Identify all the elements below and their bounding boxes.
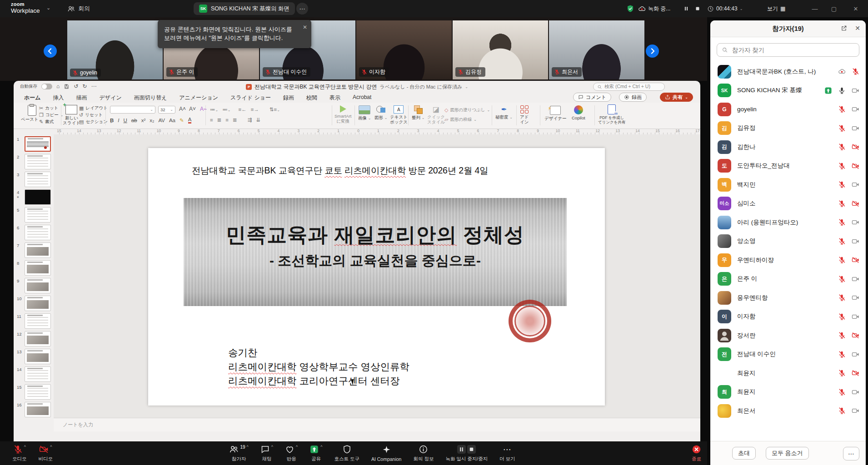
slide-thumbnail[interactable]: 15 [14, 384, 54, 401]
minimize-button[interactable]: — [808, 0, 822, 17]
slide-thumbnail[interactable]: 13 [14, 349, 54, 365]
slide-thumbnail[interactable]: 8 [14, 260, 54, 277]
participant-row[interactable]: 응우옌티항 [710, 288, 866, 307]
slide-author-block[interactable]: 송기찬리츠메이칸대학 영상학부교수 영상인류학리츠메이칸대학 코리아연구센터 센… [228, 346, 409, 388]
video-tile[interactable]: 최은서 [549, 20, 644, 79]
insert-picture-button[interactable]: 画像 ⌄ [358, 105, 371, 121]
ribbon-tab-Acrobat[interactable]: Acrobat [352, 93, 372, 102]
slide-thumbnail[interactable]: 2 [14, 154, 54, 170]
insert-textbox-button[interactable]: A テキストボックス [390, 105, 408, 125]
participant-search-input[interactable] [731, 46, 854, 54]
section-button[interactable]: ▤セクション ⌄ [79, 119, 113, 125]
label-status[interactable]: ラベルなし - 自分の Mac に保存済み [379, 84, 462, 90]
more-options-button[interactable]: ⋯ [843, 447, 859, 460]
mute-all-button[interactable]: 모두 음소거 [766, 447, 809, 460]
slide-thumbnail[interactable]: 12 [14, 331, 54, 347]
chevron-up-icon[interactable]: ^ [24, 445, 26, 449]
slide-thumbnail[interactable]: 3 [14, 172, 54, 188]
ribbon-tab-画面切り替え[interactable]: 画面切り替え [134, 93, 168, 103]
sensitivity-button[interactable]: ✒ 秘密度 ⌄ [495, 105, 513, 120]
font-size-select[interactable]: 32⌄ [158, 106, 175, 114]
underline-button[interactable]: U [124, 118, 127, 123]
toolbar-participants-button[interactable]: 19^참가자 [223, 445, 254, 462]
participant-row[interactable]: 미소심미소 [710, 194, 866, 213]
shrink-font-button[interactable]: A˅ [189, 106, 196, 112]
participant-search[interactable] [717, 43, 859, 57]
list-buttons[interactable]: ≔⌄≕⌄≡←≡→⇅≡⌄ [210, 106, 280, 113]
italic-button[interactable]: I [118, 118, 119, 123]
slide-thumbnail[interactable]: 11 [14, 313, 54, 330]
recording-pause-button[interactable] [683, 0, 689, 17]
tab-shared-screen[interactable]: SK SONG KICHAN 宋 基燦의 화면 [194, 2, 295, 15]
participant-row[interactable]: 김김유정 [710, 119, 866, 138]
participant-row[interactable]: 양소영 [710, 232, 866, 251]
copy-button[interactable]: ❐コピー ⌄ [39, 112, 64, 119]
superscript-button[interactable]: x² [141, 118, 146, 123]
participant-row[interactable]: 전전남대 이수인 [710, 345, 866, 364]
record-button[interactable]: 録画 [619, 93, 647, 102]
video-tile[interactable]: goyelin [67, 20, 163, 79]
char-spacing-button[interactable]: AV [158, 118, 165, 123]
slide-title[interactable]: 민족교육과 재일코리안의 정체성 [184, 222, 567, 248]
arrange-button[interactable]: 整列 ⌄ [412, 105, 424, 120]
font-name-select[interactable]: ⌄ [110, 106, 155, 114]
popout-icon[interactable] [840, 25, 848, 32]
close-button[interactable]: ✕ [849, 0, 863, 17]
chevron-up-icon[interactable]: ^ [271, 445, 273, 449]
shape-outline-button[interactable]: ▱図形の枠線 ⌄ [444, 116, 490, 123]
ribbon-tab-アニメーション[interactable]: アニメーション [179, 93, 219, 103]
participant-row[interactable]: SKSONG KICHAN 宋 基燦 [710, 81, 866, 100]
invite-button[interactable]: 초대 [732, 447, 756, 460]
slide-thumbnail[interactable]: 14 [14, 366, 54, 383]
participant-row[interactable]: 도도안투타오_전남대 [710, 157, 866, 176]
participant-row[interactable]: 김김한나 [710, 138, 866, 157]
participant-row[interactable]: 은은주 이 [710, 270, 866, 289]
layout-button[interactable]: ▦レイアウト ⌄ [79, 105, 113, 112]
stop-recording-icon[interactable] [467, 445, 476, 454]
participant-row[interactable]: 우우옌티하이쟝 [710, 251, 866, 270]
participant-row[interactable]: 최은서 [710, 401, 866, 420]
toolbar-video-button[interactable]: ^비디오 [33, 445, 59, 462]
chevron-up-icon[interactable]: ^ [247, 445, 249, 449]
comment-button[interactable]: コメント [573, 93, 611, 102]
quick-styles-button[interactable]: ◪ クイックスタイル [427, 105, 445, 125]
slide-thumbnail[interactable]: 6 [14, 225, 54, 241]
slide-thumbnail[interactable]: 10 [14, 296, 54, 312]
ppt-search-box[interactable]: 検索 (Cmd + Ctrl + U) [593, 83, 665, 91]
close-icon[interactable]: ✕ [303, 23, 307, 32]
align-buttons[interactable]: ≡≣≡≣⇶⇊ [210, 117, 260, 123]
close-icon[interactable]: ✕ [855, 25, 860, 32]
slide-thumbnail[interactable]: 9 [14, 278, 54, 294]
ribbon-tab-校閲[interactable]: 校閲 [306, 93, 318, 103]
change-case-button[interactable]: Aa [169, 118, 175, 123]
next-videos-button[interactable] [646, 45, 659, 58]
shape-fill-button[interactable]: ◇図形の塗りつぶし ⌄ [444, 107, 490, 114]
reset-button[interactable]: ↺リセット [79, 112, 113, 119]
participant-row[interactable]: 최최윤지 [710, 383, 866, 402]
ribbon-tab-スライド ショー[interactable]: スライド ショー [230, 93, 271, 103]
smartart-button[interactable]: SmartArtに変換 [334, 105, 351, 124]
maximize-button[interactable]: ▢ [827, 0, 841, 17]
slide-subtitle[interactable]: - 조선학교의 교육실천을 중심으로- [184, 252, 567, 270]
addins-button[interactable]: アドイン [520, 105, 529, 125]
chevron-down-icon[interactable]: ⌄ [46, 5, 50, 11]
participant-row[interactable]: 장서란 [710, 326, 866, 345]
tab-meeting[interactable]: 회의 [67, 0, 90, 17]
bold-button[interactable]: B [110, 118, 114, 123]
ribbon-tab-録画[interactable]: 録画 [283, 93, 294, 103]
participant-row[interactable]: 전남대국문과BK (호스트, 나) [710, 62, 866, 81]
recording-stop-button[interactable] [694, 0, 701, 17]
participant-row[interactable]: 백백지민 [710, 175, 866, 194]
video-tile[interactable]: 김유정 [453, 20, 548, 79]
toolbar-more-button[interactable]: ⋯더 보기 [494, 445, 521, 462]
toolbar-end-button[interactable]: 종료 [686, 445, 707, 462]
chevron-up-icon[interactable]: ^ [320, 445, 322, 449]
chevron-up-icon[interactable]: ^ [296, 445, 298, 449]
participant-row[interactable]: Ggoyelin [710, 100, 866, 119]
previous-videos-button[interactable] [44, 45, 57, 58]
insert-shapes-button[interactable]: 図形 ⌄ [374, 105, 387, 120]
slide-thumbnail[interactable]: 4✶ [14, 189, 54, 206]
slide-thumbnail[interactable]: 7 [14, 242, 54, 259]
toolbar-audio-button[interactable]: ^오디오 [6, 445, 33, 462]
slide-thumbnail[interactable]: 5 [14, 207, 54, 223]
